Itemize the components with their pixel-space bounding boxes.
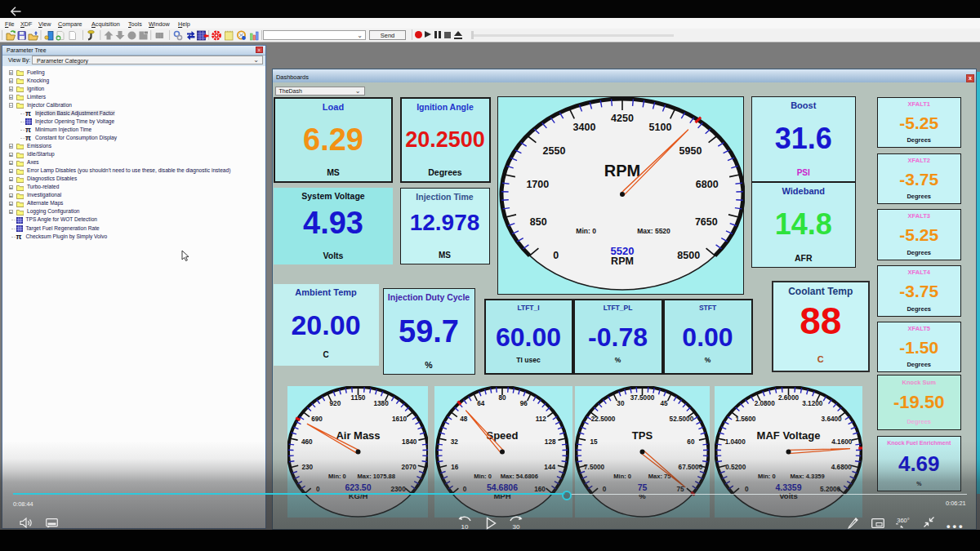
- svg-text:8500: 8500: [677, 250, 700, 261]
- svg-text:6800: 6800: [696, 179, 719, 190]
- svg-text:920: 920: [329, 399, 341, 407]
- svg-text:Speed: Speed: [486, 429, 518, 442]
- svg-text:3.1200: 3.1200: [802, 399, 822, 407]
- svg-text:48: 48: [460, 415, 468, 423]
- svg-text:37.5000: 37.5000: [630, 394, 654, 402]
- svg-text:MAF Voltage: MAF Voltage: [757, 429, 821, 442]
- svg-text:30: 30: [513, 523, 520, 531]
- svg-text:2550: 2550: [543, 145, 566, 157]
- svg-text:7650: 7650: [695, 216, 718, 228]
- svg-text:1380: 1380: [373, 399, 389, 407]
- svg-text:690: 690: [311, 415, 323, 423]
- svg-text:Air Mass: Air Mass: [336, 429, 380, 442]
- svg-text:112: 112: [535, 415, 546, 423]
- svg-text:22.5000: 22.5000: [590, 415, 615, 423]
- svg-text:2.0800: 2.0800: [755, 399, 775, 407]
- svg-text:4250: 4250: [611, 113, 634, 124]
- svg-text:5950: 5950: [679, 145, 702, 157]
- svg-text:TPS: TPS: [631, 429, 653, 442]
- svg-text:64: 64: [477, 399, 485, 407]
- svg-text:96: 96: [519, 399, 528, 407]
- svg-text:1.5600: 1.5600: [735, 415, 755, 423]
- svg-text:0: 0: [553, 250, 559, 261]
- svg-text:80: 80: [498, 394, 506, 402]
- svg-text:1610: 1610: [391, 415, 407, 423]
- svg-text:45: 45: [660, 399, 668, 407]
- svg-text:1700: 1700: [526, 179, 549, 190]
- svg-text:52.5000: 52.5000: [669, 415, 693, 423]
- svg-text:850: 850: [530, 216, 547, 228]
- svg-text:10: 10: [461, 523, 469, 531]
- svg-text:3400: 3400: [573, 122, 596, 133]
- svg-text:Max: 5520: Max: 5520: [637, 227, 670, 235]
- svg-text:RPM: RPM: [611, 256, 634, 267]
- svg-text:30: 30: [617, 399, 625, 407]
- svg-text:360°: 360°: [897, 517, 910, 524]
- svg-text:1150: 1150: [350, 394, 365, 402]
- svg-text:2.6000: 2.6000: [778, 394, 799, 402]
- svg-text:Min: 0: Min: 0: [576, 227, 596, 235]
- svg-text:3.6400: 3.6400: [822, 415, 842, 423]
- svg-text:RPM: RPM: [604, 162, 640, 180]
- svg-text:5100: 5100: [649, 122, 672, 133]
